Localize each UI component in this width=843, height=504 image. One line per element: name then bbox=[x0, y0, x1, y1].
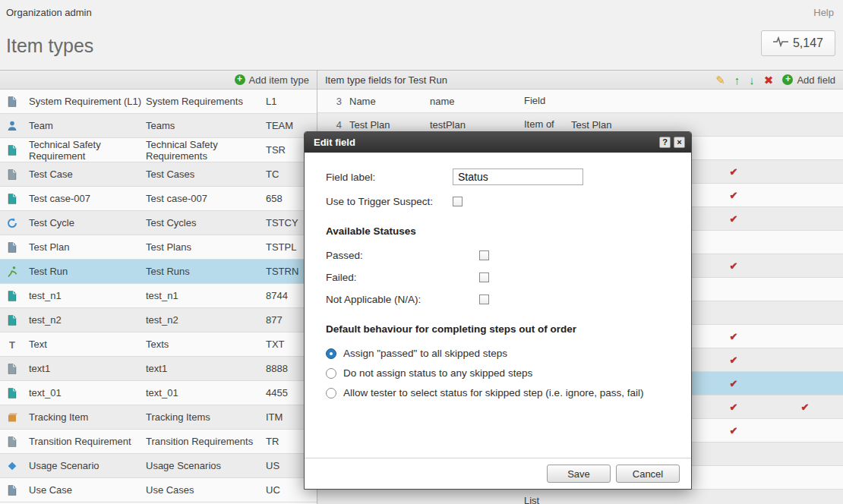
failed-checkbox[interactable] bbox=[479, 272, 489, 282]
trigger-suspect-checkbox[interactable] bbox=[453, 197, 463, 206]
field-item-of: Test Plan bbox=[571, 119, 700, 131]
item-type-name: Test case-007 bbox=[29, 193, 146, 204]
field-row[interactable]: List bbox=[317, 490, 843, 504]
add-field-button[interactable]: + Add field bbox=[782, 74, 835, 86]
cancel-button[interactable]: Cancel bbox=[616, 465, 680, 483]
item-type-code: TEAM bbox=[266, 120, 317, 131]
item-type-row[interactable]: System Requirement (L1)System Requiremen… bbox=[0, 90, 317, 114]
move-up-icon[interactable]: ↑ bbox=[734, 74, 740, 86]
item-types-header: + Add item type bbox=[0, 71, 317, 90]
item-type-name: Test Plan bbox=[29, 241, 146, 253]
document-icon bbox=[6, 169, 29, 181]
item-type-plural: test_n2 bbox=[146, 314, 266, 326]
document-icon bbox=[6, 314, 29, 326]
item-type-name: Test Cycle bbox=[29, 217, 146, 228]
passed-label: Passed: bbox=[326, 250, 479, 261]
item-type-row[interactable]: Tracking ItemTracking ItemsITM bbox=[0, 405, 317, 430]
field-row[interactable]: 3NamenameField bbox=[317, 90, 843, 113]
item-type-plural: text_01 bbox=[146, 387, 266, 398]
radio-label: Assign "passed" to all skipped steps bbox=[343, 348, 507, 359]
app-title: Organization admin bbox=[6, 7, 92, 18]
item-type-name: Text bbox=[29, 339, 146, 350]
radio-option: Do not assign status to any skipped step… bbox=[326, 367, 676, 379]
item-type-plural: Teams bbox=[146, 120, 266, 131]
item-type-row[interactable]: text_01text_014455 bbox=[0, 381, 317, 405]
pencil-icon[interactable]: ✎ bbox=[715, 74, 725, 86]
help-link[interactable]: Help bbox=[813, 7, 834, 18]
item-type-plural: Use Cases bbox=[146, 484, 266, 496]
field-label: Name bbox=[349, 96, 430, 107]
not-applicable-checkbox[interactable] bbox=[479, 295, 489, 304]
text-icon: T bbox=[6, 339, 29, 351]
add-item-type-button[interactable]: + Add item type bbox=[235, 74, 310, 86]
item-type-plural: Test Plans bbox=[146, 241, 266, 253]
document-icon bbox=[6, 387, 29, 399]
item-type-name: Transition Requirement bbox=[29, 436, 146, 447]
item-type-row[interactable]: Test CaseTest CasesTC bbox=[0, 162, 317, 187]
required-check-icon: ✔ bbox=[700, 425, 767, 436]
required-check-icon: ✔ bbox=[700, 166, 767, 178]
delete-icon[interactable]: ✖ bbox=[764, 74, 774, 86]
item-type-row[interactable]: test_n1test_n18744 bbox=[0, 284, 317, 308]
item-type-row[interactable]: Usage ScenarioUsage ScenariosUS bbox=[0, 454, 317, 478]
item-type-row[interactable]: Transition RequirementTransition Require… bbox=[0, 430, 317, 454]
save-button[interactable]: Save bbox=[547, 465, 611, 483]
help-icon[interactable]: ? bbox=[659, 137, 671, 148]
item-type-row[interactable]: TTextTextsTXT bbox=[0, 332, 317, 357]
field-type: List bbox=[524, 496, 571, 504]
item-type-plural: Technical Safety Requirements bbox=[146, 139, 266, 162]
fields-panel-title: Item type fields for Test Run bbox=[325, 74, 447, 86]
field-label-input[interactable] bbox=[453, 169, 583, 185]
item-type-row[interactable]: text1text18888 bbox=[0, 357, 317, 381]
field-order: 4 bbox=[324, 119, 349, 131]
item-type-plural: Test case-007 bbox=[146, 193, 266, 204]
field-order: 3 bbox=[324, 96, 349, 107]
modal-titlebar[interactable]: Edit field ? × bbox=[305, 132, 691, 153]
radio-button[interactable] bbox=[326, 388, 336, 398]
field-type: Field bbox=[524, 96, 571, 106]
document-icon bbox=[6, 144, 29, 156]
item-type-row[interactable]: Test PlanTest PlansTSTPL bbox=[0, 235, 317, 260]
available-statuses-heading: Available Statuses bbox=[326, 225, 676, 237]
item-type-row[interactable]: test_n2test_n2877 bbox=[0, 308, 317, 332]
not-applicable-label: Not Applicable (N/A): bbox=[326, 294, 479, 305]
top-bar: Organization admin Help bbox=[0, 0, 843, 24]
item-type-row[interactable]: Test RunTest RunsTSTRN bbox=[0, 260, 317, 284]
document-icon bbox=[6, 96, 29, 108]
radio-button[interactable] bbox=[326, 368, 336, 379]
required-check-icon: ✔ bbox=[700, 260, 767, 272]
page-title: Item types bbox=[0, 24, 843, 57]
item-type-name: text_01 bbox=[29, 387, 146, 398]
radio-button[interactable] bbox=[326, 348, 336, 359]
activity-stat[interactable]: 5,147 bbox=[761, 30, 835, 56]
move-down-icon[interactable]: ↓ bbox=[749, 74, 755, 86]
item-type-row[interactable]: Test case-007Test case-007658 bbox=[0, 187, 317, 211]
item-type-row[interactable]: Technical Safety RequirementTechnical Sa… bbox=[0, 138, 317, 162]
document-icon bbox=[6, 241, 29, 254]
document-icon bbox=[6, 484, 29, 496]
item-type-name: Tracking Item bbox=[29, 411, 146, 423]
item-type-name: Technical Safety Requirement bbox=[29, 139, 146, 162]
required-check2-icon: ✔ bbox=[767, 402, 843, 413]
passed-checkbox[interactable] bbox=[479, 250, 489, 260]
item-type-row[interactable]: Test CycleTest CyclesTSTCY bbox=[0, 211, 317, 235]
add-field-label: Add field bbox=[797, 74, 835, 86]
item-type-name: Test Run bbox=[29, 266, 146, 277]
runner-icon bbox=[6, 266, 29, 278]
required-check-icon: ✔ bbox=[700, 190, 767, 201]
item-type-row[interactable]: Use CaseUse CasesUC bbox=[0, 478, 317, 502]
modal-title: Edit field bbox=[314, 137, 355, 148]
item-type-name: text1 bbox=[29, 363, 146, 374]
modal-footer: Save Cancel bbox=[305, 458, 691, 489]
failed-label: Failed: bbox=[326, 272, 479, 283]
item-type-plural: Test Cases bbox=[146, 169, 266, 180]
title-row: Item types 5,147 bbox=[0, 24, 843, 70]
add-item-type-label: Add item type bbox=[249, 74, 310, 86]
default-behaviour-heading: Default behaviour for completing steps o… bbox=[326, 323, 676, 335]
radio-label: Do not assign status to any skipped step… bbox=[343, 367, 532, 379]
close-icon[interactable]: × bbox=[674, 137, 685, 148]
svg-text:T: T bbox=[9, 339, 15, 350]
document-icon bbox=[6, 363, 29, 375]
required-check-icon: ✔ bbox=[700, 354, 767, 366]
item-type-row[interactable]: TeamTeamsTEAM bbox=[0, 114, 317, 138]
